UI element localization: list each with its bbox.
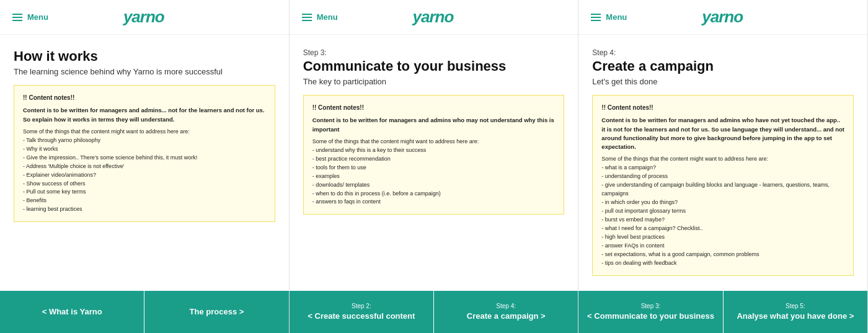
panel1-header: Menu yarno — [0, 0, 289, 35]
yarno-logo: yarno — [123, 7, 164, 27]
panel3-content: Step 4: Create a campaign Let's get this… — [578, 35, 867, 291]
panel2-header: Menu yarno — [290, 0, 578, 35]
box-intro: Content is to be written for managers an… — [23, 106, 266, 124]
page-subtitle: Let's get this done — [592, 77, 854, 86]
next-button[interactable]: Step 5: Analyse what you have done > — [724, 291, 867, 333]
hamburger-icon — [12, 14, 22, 21]
menu-label: Menu — [317, 12, 338, 22]
prev-button[interactable]: < What is Yarno — [0, 291, 144, 333]
box-body: Some of the things that the content migh… — [312, 138, 556, 207]
box-body: Some of the things that the content migh… — [601, 155, 844, 267]
panel2-content: Step 3: Communicate to your business The… — [290, 35, 578, 291]
box-title: !! Content notes!! — [312, 103, 556, 112]
panel2-footer: Step 2: < Create successful content Step… — [290, 291, 578, 333]
hamburger-icon — [302, 14, 312, 21]
menu-button[interactable]: Menu — [591, 12, 627, 22]
box-body: Some of the things that the content migh… — [23, 128, 266, 214]
panel3-footer: Step 3: < Communicate to your business S… — [578, 291, 867, 333]
menu-button[interactable]: Menu — [302, 12, 338, 22]
content-notes-box: !! Content notes!! Content is to be writ… — [592, 95, 854, 275]
panel1-content: How it works The learning science behind… — [0, 35, 289, 291]
panel-create-campaign: Menu yarno Step 4: Create a campaign Let… — [578, 0, 868, 333]
menu-button[interactable]: Menu — [12, 12, 48, 22]
prev-button[interactable]: Step 2: < Create successful content — [290, 291, 433, 333]
menu-label: Menu — [606, 12, 627, 22]
panel3-header: Menu yarno — [578, 0, 867, 35]
page-title: Communicate to your business — [303, 58, 565, 74]
box-intro: Content is to be written for managers an… — [601, 116, 844, 151]
yarno-logo: yarno — [413, 7, 454, 27]
panel-communicate: Menu yarno Step 3: Communicate to your b… — [290, 0, 579, 333]
step-label: Step 3: — [303, 48, 565, 57]
box-title: !! Content notes!! — [23, 93, 266, 102]
page-subtitle: The learning science behind why Yarno is… — [14, 67, 275, 76]
yarno-logo: yarno — [702, 7, 743, 27]
panel-how-it-works: Menu yarno How it works The learning sci… — [0, 0, 290, 333]
box-intro: Content is to be written for managers an… — [312, 116, 556, 134]
hamburger-icon — [591, 14, 601, 21]
step-label: Step 4: — [592, 48, 854, 57]
next-button[interactable]: The process > — [144, 291, 288, 333]
page-title: Create a campaign — [592, 58, 854, 74]
page-title: How it works — [14, 48, 275, 64]
page-subtitle: The key to participation — [303, 77, 565, 86]
prev-button[interactable]: Step 3: < Communicate to your business — [578, 291, 722, 333]
menu-label: Menu — [27, 12, 48, 22]
box-title: !! Content notes!! — [601, 103, 844, 112]
panel1-footer: < What is Yarno The process > — [0, 291, 289, 333]
content-notes-box: !! Content notes!! Content is to be writ… — [14, 85, 275, 222]
next-button[interactable]: Step 4: Create a campaign > — [434, 291, 578, 333]
content-notes-box: !! Content notes!! Content is to be writ… — [303, 95, 565, 215]
